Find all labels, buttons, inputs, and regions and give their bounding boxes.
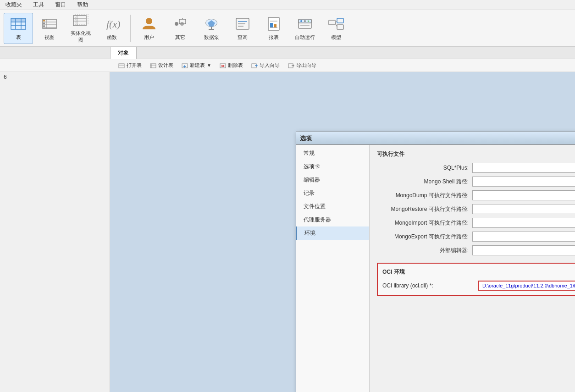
toolbar-btn-matview-label: 实体化视图 — [68, 30, 93, 44]
oci-field-row: OCI library (oci.dll) *: D:\oracle_11g\p… — [382, 281, 575, 291]
toolbar-btn-view-label: 视图 — [44, 34, 55, 41]
dialog-nav: 常规 选项卡 编辑器 记录 文件位置 代理服务器 环境 — [296, 145, 370, 392]
nav-item-general[interactable]: 常规 — [296, 147, 369, 160]
toolbar-btn-matview[interactable]: 实体化视图 — [66, 13, 95, 44]
field-row-mongo-export: MongoExport 可执行文件路径: … — [377, 232, 575, 242]
svg-rect-48 — [119, 64, 124, 68]
field-row-mongo-restore: MongoRestore 可执行文件路径: … — [377, 204, 575, 214]
object-toolbar: 打开表 设计表 新建表 ▼ 删除表 导入向导 导出向导 — [0, 59, 575, 72]
model-icon — [328, 16, 344, 32]
nav-item-file-location[interactable]: 文件位置 — [296, 200, 369, 213]
nav-item-tabs[interactable]: 选项卡 — [296, 160, 369, 173]
nav-item-proxy[interactable]: 代理服务器 — [296, 213, 369, 226]
obj-btn-import[interactable]: 导入向导 — [248, 61, 283, 70]
menu-help[interactable]: 帮助 — [75, 0, 90, 10]
svg-point-12 — [43, 22, 45, 24]
field-row-external-editor: 外部编辑器: … — [377, 245, 575, 255]
oci-library-select[interactable]: D:\oracle_11g\product\11.2.0\dbhome_1\bi… — [478, 281, 575, 291]
options-dialog: 选项 × 常规 选项卡 编辑器 记录 文件位置 代理服务器 环境 可执行文件 — [296, 132, 575, 392]
field-label-mongo-export: MongoExport 可执行文件路径: — [377, 233, 469, 241]
nav-item-editor[interactable]: 编辑器 — [296, 173, 369, 187]
toolbar-btn-table[interactable]: 表 — [4, 13, 33, 44]
field-input-mongo-import[interactable] — [472, 218, 575, 228]
oci-section: OCI 环境 OCI library (oci.dll) *: D:\oracl… — [377, 263, 575, 296]
other-icon — [172, 16, 188, 32]
menu-favorites[interactable]: 收藏夹 — [4, 0, 24, 10]
toolbar-btn-report[interactable]: 报表 — [259, 13, 288, 44]
toolbar-sep-1 — [130, 15, 131, 42]
field-input-mongo-dump[interactable] — [472, 190, 575, 200]
content-area: 选项 × 常规 选项卡 编辑器 记录 文件位置 代理服务器 环境 可执行文件 — [110, 72, 575, 392]
dialog-content: 可执行文件 SQL*Plus: … Mongo Shell 路径: … — [370, 145, 575, 392]
svg-rect-5 — [11, 18, 26, 22]
obj-btn-design[interactable]: 设计表 — [146, 61, 177, 70]
obj-btn-new[interactable]: 新建表 ▼ — [178, 61, 215, 70]
svg-line-47 — [335, 22, 337, 27]
toolbar-btn-user-label: 用户 — [144, 34, 154, 41]
field-label-sqlplus: SQL*Plus: — [377, 165, 469, 171]
auto-icon — [297, 16, 313, 32]
svg-point-20 — [146, 18, 152, 24]
nav-item-records[interactable]: 记录 — [296, 187, 369, 200]
field-label-mongo-shell: Mongo Shell 路径: — [377, 178, 469, 186]
svg-point-40 — [300, 20, 302, 22]
field-label-external-editor: 外部编辑器: — [377, 247, 469, 254]
toolbar-btn-pump[interactable]: 数据泵 — [197, 13, 226, 44]
field-input-external-editor[interactable] — [472, 245, 575, 255]
sidebar-number: 6 — [0, 72, 110, 82]
obj-btn-delete[interactable]: 删除表 — [216, 61, 247, 70]
field-label-mongo-restore: MongoRestore 可执行文件路径: — [377, 205, 469, 213]
field-row-sqlplus: SQL*Plus: … — [377, 163, 575, 173]
sidebar: 6 — [0, 72, 110, 392]
field-label-mongo-dump: MongoDump 可执行文件路径: — [377, 192, 469, 199]
field-row-mongo-shell: Mongo Shell 路径: … — [377, 177, 575, 187]
svg-rect-44 — [337, 18, 343, 23]
obj-btn-open[interactable]: 打开表 — [115, 61, 145, 70]
dialog-titlebar: 选项 × — [296, 132, 575, 145]
nav-item-environment[interactable]: 环境 — [296, 226, 369, 240]
toolbar-btn-model[interactable]: 模型 — [321, 13, 351, 44]
matview-icon — [72, 13, 89, 28]
svg-rect-36 — [274, 24, 276, 28]
svg-text:f(x): f(x) — [106, 18, 120, 30]
svg-point-41 — [304, 20, 306, 22]
svg-rect-45 — [337, 25, 343, 29]
svg-rect-43 — [329, 20, 335, 25]
field-input-mongo-export[interactable] — [472, 232, 575, 242]
main-area: 6 选项 × 常规 选项卡 编辑器 记录 文件位置 代理服务器 环境 — [0, 72, 575, 392]
field-input-mongo-shell[interactable] — [472, 177, 575, 187]
menu-tools[interactable]: 工具 — [31, 0, 46, 10]
toolbar-btn-model-label: 模型 — [331, 34, 341, 41]
toolbar-btn-query[interactable]: 查询 — [228, 13, 257, 44]
pump-icon — [203, 16, 220, 32]
toolbar-btn-other-label: 其它 — [175, 34, 185, 41]
dialog-body: 常规 选项卡 编辑器 记录 文件位置 代理服务器 环境 可执行文件 SQL*Pl… — [296, 145, 575, 392]
table-icon — [10, 16, 27, 32]
toolbar-btn-auto-label: 自动运行 — [295, 34, 315, 41]
section-executable-title: 可执行文件 — [377, 150, 575, 158]
toolbar-btn-user[interactable]: 用户 — [134, 13, 164, 44]
main-toolbar: 表 视图 实体 — [0, 10, 575, 47]
toolbar-btn-other[interactable]: 其它 — [166, 13, 195, 44]
dialog-title: 选项 — [300, 134, 312, 143]
toolbar-btn-auto[interactable]: 自动运行 — [290, 13, 320, 44]
toolbar-btn-func[interactable]: f(x) 函数 — [97, 13, 127, 44]
field-row-mongo-import: MongoImport 可执行文件路径: … — [377, 218, 575, 228]
svg-point-21 — [175, 22, 178, 26]
query-icon — [234, 16, 251, 32]
report-icon — [265, 16, 282, 32]
svg-point-11 — [43, 20, 45, 22]
obj-btn-export[interactable]: 导出向导 — [284, 61, 320, 70]
toolbar-btn-pump-label: 数据泵 — [204, 34, 219, 41]
menu-window[interactable]: 窗口 — [53, 0, 68, 10]
toolbar-btn-view[interactable]: 视图 — [35, 13, 64, 44]
oci-section-title: OCI 环境 — [382, 268, 575, 276]
oci-library-label: OCI library (oci.dll) *: — [382, 282, 474, 289]
field-input-sqlplus[interactable] — [472, 163, 575, 173]
toolbar-btn-query-label: 查询 — [238, 34, 248, 41]
field-input-mongo-restore[interactable] — [472, 204, 575, 214]
user-icon — [141, 16, 157, 32]
toolbar-btn-report-label: 报表 — [269, 34, 279, 41]
tab-objects[interactable]: 对象 — [110, 47, 137, 59]
func-icon: f(x) — [104, 16, 120, 32]
